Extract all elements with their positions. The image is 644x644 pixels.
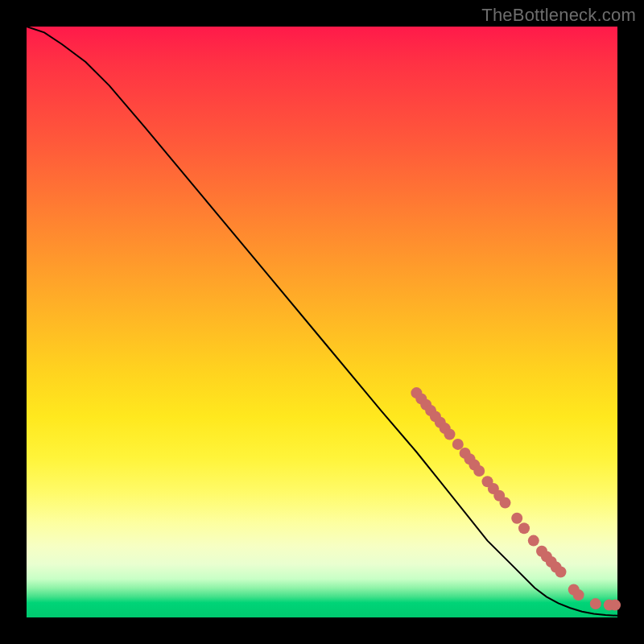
marker-group bbox=[411, 387, 621, 610]
chart-svg bbox=[27, 27, 617, 617]
data-marker bbox=[518, 522, 530, 534]
data-marker bbox=[555, 567, 567, 578]
data-marker bbox=[590, 598, 601, 609]
data-marker bbox=[511, 513, 522, 524]
data-marker bbox=[473, 465, 485, 477]
watermark-text: TheBottleneck.com bbox=[481, 5, 636, 26]
plot-area bbox=[27, 27, 617, 617]
data-marker bbox=[452, 439, 464, 450]
data-marker bbox=[609, 600, 621, 611]
data-marker bbox=[500, 497, 511, 509]
data-marker bbox=[444, 429, 456, 440]
data-marker bbox=[573, 589, 584, 601]
data-marker bbox=[528, 535, 539, 547]
chart-stage: TheBottleneck.com bbox=[0, 0, 644, 644]
